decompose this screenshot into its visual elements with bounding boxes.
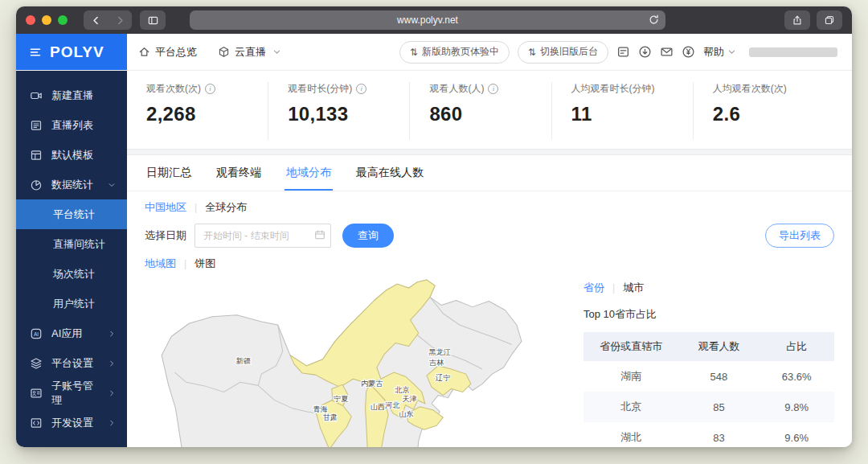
sidebar-item-default-template[interactable]: 默认模板 [16,140,127,170]
stat-card-view-count: 观看次数(次)i 2,268 [145,82,268,140]
sidebar-subitem-label: 用户统计 [53,297,95,311]
map-label: 山东 [399,410,413,418]
table-row: 北京 85 9.8% [583,392,834,422]
map-label: 甘肃 [323,413,338,421]
tab-region-distribution[interactable]: 地域分布 [285,155,333,191]
sidebar-item-developer-settings[interactable]: 开发设置 [16,408,127,437]
menu-icon[interactable] [29,46,42,59]
list-icon [30,119,43,132]
chevron-right-icon [108,330,116,338]
sidebar-subitem-label: 场次统计 [53,267,95,281]
feedback-button[interactable] [616,45,630,59]
china-map-svg[interactable]: 新疆 黑龙江 吉林 辽宁 内蒙古 北京 天津 河北 山西 山东 宁夏 青海 甘肃 [138,277,540,447]
date-range-input[interactable] [194,224,331,248]
feedback-icon [616,45,630,59]
stat-value: 10,133 [288,103,409,125]
help-menu[interactable]: 帮助 [703,45,736,60]
pie-view-link[interactable]: 饼图 [194,257,215,271]
divider: | [194,202,197,213]
nav-platform-overview-label: 平台总览 [155,45,197,60]
region-scope-toggle: 中国地区 | 全球分布 [127,191,852,218]
city-link[interactable]: 城市 [623,281,644,295]
map-label: 黑龙江 [428,348,450,356]
info-icon[interactable]: i [205,84,215,94]
account-name-redacted[interactable] [749,47,837,57]
polyv-logo[interactable]: POLYV [16,34,127,70]
back-button[interactable] [84,10,108,30]
filter-row: 选择日期 查询 导出列表 [127,218,852,248]
tab-max-online[interactable]: 最高在线人数 [354,155,425,191]
nav-cloud-live[interactable]: 云直播 [218,45,281,60]
sidebar-subitem-session-statistics[interactable]: 场次统计 [16,259,127,289]
camera-icon [30,89,43,102]
id-card-icon [30,387,43,400]
table-header-row: 省份或直辖市 观看人数 占比 [583,332,834,361]
nav-cloud-live-label: 云直播 [235,45,266,60]
sidebar-item-platform-settings[interactable]: 平台设置 [16,348,127,378]
sidebar-item-ai-apps[interactable]: AI AI应用 [16,318,127,348]
window-controls [26,15,68,25]
sidebar-item-label: 直播列表 [51,118,116,133]
sidebar-subitem-room-statistics[interactable]: 直播间统计 [16,229,127,259]
messages-button[interactable] [660,45,674,59]
stat-card-avg-duration: 人均观看时长(分钟) 11 [551,82,693,140]
tab-date-summary[interactable]: 日期汇总 [145,155,193,191]
download-button[interactable] [638,45,652,59]
stat-label: 观看次数(次) [146,82,201,96]
info-icon[interactable]: i [356,84,366,94]
share-button[interactable] [784,10,810,30]
map-view-link[interactable]: 地域图 [145,257,176,271]
sidebar-subitem-user-statistics[interactable]: 用户统计 [16,289,127,318]
sidebar-subitem-platform-statistics[interactable]: 平台统计 [16,199,127,229]
stat-value: 2.6 [713,103,834,125]
zoom-window-button[interactable] [58,15,68,25]
ai-icon: AI [30,327,43,340]
switch-old-console-button[interactable]: ⇅ 切换旧版后台 [518,41,608,64]
china-region-link[interactable]: 中国地区 [145,200,186,215]
billing-button[interactable] [682,45,695,59]
tab-overview-button[interactable] [817,10,842,30]
divider: | [184,258,186,269]
code-icon [30,417,43,429]
sidebar-subitem-label: 直播间统计 [53,237,105,252]
refresh-icon[interactable] [648,14,660,28]
stat-card-viewer-count: 观看人数(人)i 860 [409,82,551,140]
url-text: www.polyv.net [397,14,458,26]
new-assistant-page-button[interactable]: ⇅ 新版助教页体验中 [399,41,510,64]
info-icon[interactable]: i [488,84,498,94]
sidebar-item-data-statistics[interactable]: 数据统计 [16,170,127,199]
sidebar-item-live-list[interactable]: 直播列表 [16,110,127,140]
export-list-button[interactable]: 导出列表 [765,224,834,248]
chevron-left-icon [91,15,101,26]
sidebar-item-new-live[interactable]: 新建直播 [16,80,127,110]
address-bar[interactable]: www.polyv.net [190,10,665,30]
close-window-button[interactable] [26,15,35,25]
sidebar-item-label: 子账号管理 [51,379,99,408]
map-label: 吉林 [429,359,444,367]
map-label: 北京 [395,386,409,394]
china-map[interactable]: 新疆 黑龙江 吉林 辽宁 内蒙古 北京 天津 河北 山西 山东 宁夏 青海 甘肃 [127,274,583,447]
cube-icon [218,46,230,58]
divider: | [612,282,615,294]
stat-card-avg-views: 人均观看次数(次) 2.6 [693,82,834,140]
minimize-window-button[interactable] [42,15,51,25]
swap-icon: ⇅ [528,47,536,58]
top10-title: Top 10省市占比 [583,307,834,322]
new-assistant-page-label: 新版助教页体验中 [422,45,499,59]
help-label: 帮助 [703,45,724,60]
query-button[interactable]: 查询 [342,224,394,248]
stat-label: 人均观看时长(分钟) [571,82,655,96]
top10-panel: 省份 | 城市 Top 10省市占比 省份或直辖市 观看人数 占比 [583,274,852,447]
sidebar-toggle-button[interactable] [140,10,166,30]
map-label: 宁夏 [334,395,348,403]
map-label: 新疆 [235,357,251,365]
sidebar-icon [147,14,159,27]
pie-chart-icon [30,179,43,191]
forward-button[interactable] [108,10,132,30]
sidebar-item-subaccount-management[interactable]: 子账号管理 [16,378,127,408]
section-divider [127,149,852,155]
province-link[interactable]: 省份 [583,281,604,295]
global-distribution-link[interactable]: 全球分布 [205,200,247,215]
nav-platform-overview[interactable]: 平台总览 [138,45,197,60]
tab-view-terminal[interactable]: 观看终端 [215,155,263,191]
